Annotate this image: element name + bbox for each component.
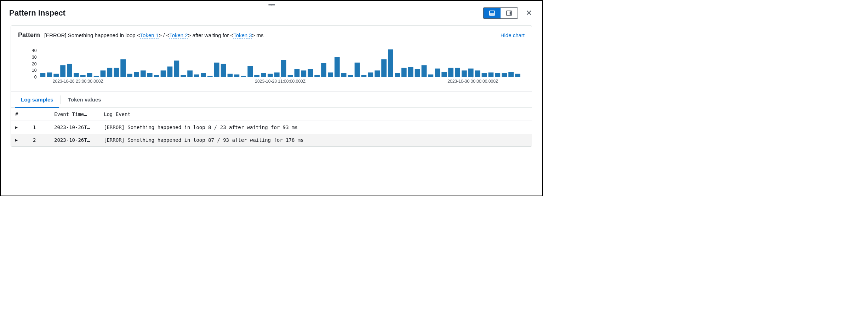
svg-rect-51 xyxy=(321,63,326,77)
svg-rect-16 xyxy=(87,73,92,77)
svg-rect-63 xyxy=(401,68,407,77)
token-2-link[interactable]: Token 2 xyxy=(169,32,188,39)
tab-log-samples[interactable]: Log samples xyxy=(15,92,59,107)
pattern-text-segment: > ms xyxy=(252,32,264,38)
svg-rect-25 xyxy=(147,73,153,77)
hide-chart-link[interactable]: Hide chart xyxy=(501,32,525,38)
svg-rect-12 xyxy=(60,65,65,77)
svg-rect-80 xyxy=(515,74,520,77)
svg-rect-43 xyxy=(268,74,273,77)
svg-rect-10 xyxy=(47,72,52,77)
svg-rect-49 xyxy=(308,69,313,77)
col-event-time: Event Time… xyxy=(54,111,104,117)
row-time: 2023-10-26T… xyxy=(54,124,104,130)
row-time: 2023-10-26T… xyxy=(54,137,104,143)
svg-rect-22 xyxy=(127,74,132,77)
svg-rect-36 xyxy=(221,64,226,77)
card-header: Pattern [ERROR] Something happened in lo… xyxy=(11,26,532,44)
svg-text:2023-10-26 23:00:00.000Z: 2023-10-26 23:00:00.000Z xyxy=(53,79,103,84)
row-index: 2 xyxy=(33,137,54,143)
row-event: [ERROR] Something happened in loop 8 / 2… xyxy=(104,124,527,130)
svg-rect-46 xyxy=(288,75,293,77)
svg-rect-54 xyxy=(341,73,347,77)
svg-rect-34 xyxy=(207,76,213,77)
svg-rect-37 xyxy=(228,74,233,77)
view-mode-side-button[interactable] xyxy=(501,8,518,18)
svg-text:30: 30 xyxy=(32,55,37,60)
svg-rect-60 xyxy=(381,59,387,77)
expand-row-icon[interactable]: ▶ xyxy=(15,125,33,130)
svg-rect-30 xyxy=(181,75,186,77)
svg-rect-45 xyxy=(281,60,286,77)
svg-rect-69 xyxy=(441,72,447,77)
view-mode-bottom-button[interactable] xyxy=(484,8,501,18)
pattern-description: Pattern [ERROR] Something happened in lo… xyxy=(18,31,264,39)
layout-bottom-icon xyxy=(489,10,495,16)
table-row: ▶ 1 2023-10-26T… [ERROR] Something happe… xyxy=(11,121,532,134)
close-icon[interactable]: ✕ xyxy=(524,7,533,19)
svg-rect-14 xyxy=(74,73,79,77)
svg-rect-68 xyxy=(435,69,440,77)
svg-rect-27 xyxy=(161,70,166,77)
header-controls: ✕ xyxy=(483,7,533,19)
svg-rect-31 xyxy=(187,70,193,77)
pattern-text: [ERROR] Something happened in loop <Toke… xyxy=(44,32,264,38)
table-header: # Event Time… Log Event xyxy=(11,108,532,121)
pattern-text-segment: > after waiting for < xyxy=(188,32,233,38)
svg-rect-61 xyxy=(388,50,393,77)
svg-rect-55 xyxy=(348,75,353,77)
drag-handle-icon[interactable]: ══ xyxy=(269,2,274,7)
svg-rect-21 xyxy=(120,59,126,77)
svg-rect-3 xyxy=(510,12,511,15)
view-mode-toggle xyxy=(483,7,518,19)
bar-chart: 0102030402023-10-26 23:00:00.000Z2023-10… xyxy=(18,46,525,85)
svg-rect-24 xyxy=(141,70,146,77)
token-1-link[interactable]: Token 1 xyxy=(140,32,159,39)
svg-rect-50 xyxy=(314,75,320,77)
svg-rect-71 xyxy=(455,68,460,77)
tab-token-values[interactable]: Token values xyxy=(62,92,107,107)
svg-rect-42 xyxy=(261,73,266,77)
row-event: [ERROR] Something happened in loop 87 / … xyxy=(104,137,527,143)
row-index: 1 xyxy=(33,124,54,130)
svg-rect-35 xyxy=(214,63,219,77)
svg-rect-57 xyxy=(361,75,367,77)
svg-rect-58 xyxy=(368,72,373,77)
tabs: Log samples Token values xyxy=(11,91,532,108)
svg-rect-13 xyxy=(67,64,72,77)
svg-rect-64 xyxy=(408,67,413,77)
svg-rect-44 xyxy=(274,72,280,77)
svg-rect-18 xyxy=(101,70,106,77)
svg-text:40: 40 xyxy=(32,48,37,53)
svg-rect-59 xyxy=(375,70,380,77)
page-title: Pattern inspect xyxy=(9,8,65,18)
svg-rect-29 xyxy=(174,60,179,77)
svg-rect-48 xyxy=(301,70,306,77)
svg-rect-74 xyxy=(475,70,480,77)
svg-rect-33 xyxy=(201,73,206,77)
svg-rect-65 xyxy=(415,69,420,77)
pattern-card: Pattern [ERROR] Something happened in lo… xyxy=(11,25,532,147)
svg-rect-40 xyxy=(247,66,253,77)
expand-row-icon[interactable]: ▶ xyxy=(15,138,33,143)
chart: 0102030402023-10-26 23:00:00.000Z2023-10… xyxy=(11,44,532,88)
svg-rect-20 xyxy=(114,68,119,77)
col-log-event: Log Event xyxy=(104,111,527,117)
col-hash: # xyxy=(15,111,33,117)
svg-text:2023-10-28 11:00:00.000Z: 2023-10-28 11:00:00.000Z xyxy=(255,79,305,84)
svg-rect-39 xyxy=(241,76,246,77)
tab-divider xyxy=(61,95,61,104)
svg-rect-41 xyxy=(254,75,259,77)
svg-rect-52 xyxy=(328,72,333,77)
layout-side-icon xyxy=(506,10,512,16)
svg-rect-56 xyxy=(355,63,360,77)
card-title: Pattern xyxy=(18,31,40,39)
pattern-text-segment: [ERROR] Something happened in loop < xyxy=(44,32,140,38)
svg-rect-73 xyxy=(468,69,474,77)
token-3-link[interactable]: Token 3 xyxy=(233,32,252,39)
svg-rect-28 xyxy=(167,66,173,77)
svg-text:2023-10-30 00:00:00.000Z: 2023-10-30 00:00:00.000Z xyxy=(447,79,498,84)
svg-rect-23 xyxy=(134,72,139,77)
table-row: ▶ 2 2023-10-26T… [ERROR] Something happe… xyxy=(11,134,532,146)
svg-rect-17 xyxy=(94,76,99,77)
